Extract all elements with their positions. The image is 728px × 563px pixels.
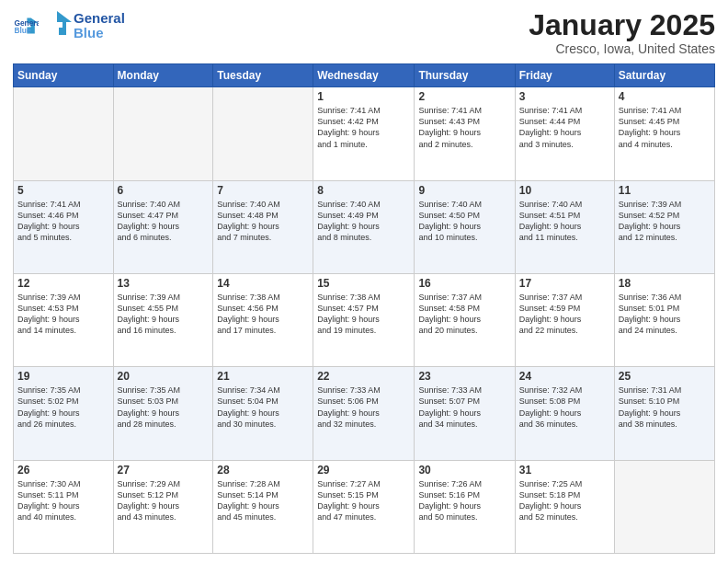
calendar-cell: 14Sunrise: 7:38 AM Sunset: 4:56 PM Dayli… xyxy=(213,273,313,366)
logo-bird-icon xyxy=(42,9,72,42)
day-number: 16 xyxy=(418,277,510,290)
month-title: January 2025 xyxy=(529,9,715,41)
day-info: Sunrise: 7:41 AM Sunset: 4:42 PM Dayligh… xyxy=(317,105,410,150)
day-number: 31 xyxy=(519,464,610,477)
day-info: Sunrise: 7:36 AM Sunset: 5:01 PM Dayligh… xyxy=(619,292,711,337)
logo-line2: Blue xyxy=(74,26,125,41)
calendar-cell: 6Sunrise: 7:40 AM Sunset: 4:47 PM Daylig… xyxy=(113,180,213,273)
day-number: 6 xyxy=(118,184,210,197)
day-info: Sunrise: 7:39 AM Sunset: 4:55 PM Dayligh… xyxy=(118,292,210,337)
calendar-cell: 13Sunrise: 7:39 AM Sunset: 4:55 PM Dayli… xyxy=(113,273,213,366)
calendar-cell: 10Sunrise: 7:40 AM Sunset: 4:51 PM Dayli… xyxy=(515,180,614,273)
day-number: 3 xyxy=(519,90,610,103)
day-number: 19 xyxy=(17,370,109,383)
page: General Blue General Blue January 2025 C… xyxy=(0,0,728,563)
location: Cresco, Iowa, United States xyxy=(529,41,715,56)
day-number: 5 xyxy=(17,184,109,197)
day-number: 12 xyxy=(17,277,109,290)
calendar-cell xyxy=(614,460,714,553)
day-number: 27 xyxy=(118,464,210,477)
calendar-cell: 9Sunrise: 7:40 AM Sunset: 4:50 PM Daylig… xyxy=(415,180,515,273)
calendar-header-tuesday: Tuesday xyxy=(213,64,313,87)
day-number: 13 xyxy=(118,277,210,290)
day-info: Sunrise: 7:33 AM Sunset: 5:06 PM Dayligh… xyxy=(317,385,410,430)
day-info: Sunrise: 7:26 AM Sunset: 5:16 PM Dayligh… xyxy=(418,478,510,523)
calendar-cell: 28Sunrise: 7:28 AM Sunset: 5:14 PM Dayli… xyxy=(213,460,313,553)
day-number: 21 xyxy=(217,370,309,383)
day-info: Sunrise: 7:41 AM Sunset: 4:43 PM Dayligh… xyxy=(418,105,510,150)
day-number: 22 xyxy=(317,370,410,383)
day-info: Sunrise: 7:31 AM Sunset: 5:10 PM Dayligh… xyxy=(619,385,711,430)
calendar-cell: 11Sunrise: 7:39 AM Sunset: 4:52 PM Dayli… xyxy=(614,180,714,273)
day-info: Sunrise: 7:37 AM Sunset: 4:59 PM Dayligh… xyxy=(519,292,610,337)
day-number: 15 xyxy=(317,277,410,290)
day-info: Sunrise: 7:35 AM Sunset: 5:02 PM Dayligh… xyxy=(17,385,109,430)
header: General Blue General Blue January 2025 C… xyxy=(13,9,715,56)
day-number: 25 xyxy=(619,370,711,383)
day-info: Sunrise: 7:41 AM Sunset: 4:46 PM Dayligh… xyxy=(17,199,109,244)
calendar-cell: 2Sunrise: 7:41 AM Sunset: 4:43 PM Daylig… xyxy=(415,87,515,180)
calendar-week-3: 12Sunrise: 7:39 AM Sunset: 4:53 PM Dayli… xyxy=(14,273,715,366)
day-info: Sunrise: 7:40 AM Sunset: 4:48 PM Dayligh… xyxy=(217,199,309,244)
calendar-cell: 7Sunrise: 7:40 AM Sunset: 4:48 PM Daylig… xyxy=(213,180,313,273)
day-info: Sunrise: 7:40 AM Sunset: 4:50 PM Dayligh… xyxy=(418,199,510,244)
calendar-header-thursday: Thursday xyxy=(415,64,515,87)
day-number: 1 xyxy=(317,90,410,103)
calendar-cell: 3Sunrise: 7:41 AM Sunset: 4:44 PM Daylig… xyxy=(515,87,614,180)
logo-icon: General Blue xyxy=(13,13,39,39)
day-info: Sunrise: 7:30 AM Sunset: 5:11 PM Dayligh… xyxy=(17,478,109,523)
day-number: 23 xyxy=(418,370,510,383)
day-number: 30 xyxy=(418,464,510,477)
calendar-cell: 22Sunrise: 7:33 AM Sunset: 5:06 PM Dayli… xyxy=(313,367,415,460)
day-number: 28 xyxy=(217,464,309,477)
calendar-cell: 16Sunrise: 7:37 AM Sunset: 4:58 PM Dayli… xyxy=(415,273,515,366)
day-number: 17 xyxy=(519,277,610,290)
calendar-cell: 21Sunrise: 7:34 AM Sunset: 5:04 PM Dayli… xyxy=(213,367,313,460)
day-info: Sunrise: 7:28 AM Sunset: 5:14 PM Dayligh… xyxy=(217,478,309,523)
calendar-header-row: SundayMondayTuesdayWednesdayThursdayFrid… xyxy=(14,64,715,87)
calendar-week-4: 19Sunrise: 7:35 AM Sunset: 5:02 PM Dayli… xyxy=(14,367,715,460)
day-number: 29 xyxy=(317,464,410,477)
calendar-cell: 29Sunrise: 7:27 AM Sunset: 5:15 PM Dayli… xyxy=(313,460,415,553)
calendar-header-sunday: Sunday xyxy=(14,64,114,87)
calendar-cell: 19Sunrise: 7:35 AM Sunset: 5:02 PM Dayli… xyxy=(14,367,114,460)
day-number: 18 xyxy=(619,277,711,290)
calendar-cell: 20Sunrise: 7:35 AM Sunset: 5:03 PM Dayli… xyxy=(113,367,213,460)
calendar-header-wednesday: Wednesday xyxy=(313,64,415,87)
calendar-cell: 23Sunrise: 7:33 AM Sunset: 5:07 PM Dayli… xyxy=(415,367,515,460)
day-info: Sunrise: 7:41 AM Sunset: 4:45 PM Dayligh… xyxy=(619,105,711,150)
day-number: 24 xyxy=(519,370,610,383)
title-block: January 2025 Cresco, Iowa, United States xyxy=(529,9,715,56)
calendar-cell: 12Sunrise: 7:39 AM Sunset: 4:53 PM Dayli… xyxy=(14,273,114,366)
calendar-week-5: 26Sunrise: 7:30 AM Sunset: 5:11 PM Dayli… xyxy=(14,460,715,553)
calendar-cell: 18Sunrise: 7:36 AM Sunset: 5:01 PM Dayli… xyxy=(614,273,714,366)
calendar-week-2: 5Sunrise: 7:41 AM Sunset: 4:46 PM Daylig… xyxy=(14,180,715,273)
day-info: Sunrise: 7:38 AM Sunset: 4:57 PM Dayligh… xyxy=(317,292,410,337)
calendar-cell: 15Sunrise: 7:38 AM Sunset: 4:57 PM Dayli… xyxy=(313,273,415,366)
calendar-header-monday: Monday xyxy=(113,64,213,87)
calendar-cell: 24Sunrise: 7:32 AM Sunset: 5:08 PM Dayli… xyxy=(515,367,614,460)
day-info: Sunrise: 7:41 AM Sunset: 4:44 PM Dayligh… xyxy=(519,105,610,150)
calendar-cell: 8Sunrise: 7:40 AM Sunset: 4:49 PM Daylig… xyxy=(313,180,415,273)
calendar-cell: 27Sunrise: 7:29 AM Sunset: 5:12 PM Dayli… xyxy=(113,460,213,553)
day-number: 8 xyxy=(317,184,410,197)
day-info: Sunrise: 7:27 AM Sunset: 5:15 PM Dayligh… xyxy=(317,478,410,523)
calendar-cell xyxy=(113,87,213,180)
day-number: 20 xyxy=(118,370,210,383)
calendar-cell: 30Sunrise: 7:26 AM Sunset: 5:16 PM Dayli… xyxy=(415,460,515,553)
day-info: Sunrise: 7:32 AM Sunset: 5:08 PM Dayligh… xyxy=(519,385,610,430)
calendar-week-1: 1Sunrise: 7:41 AM Sunset: 4:42 PM Daylig… xyxy=(14,87,715,180)
calendar-cell: 4Sunrise: 7:41 AM Sunset: 4:45 PM Daylig… xyxy=(614,87,714,180)
day-number: 10 xyxy=(519,184,610,197)
svg-text:Blue: Blue xyxy=(14,26,30,35)
day-number: 14 xyxy=(217,277,309,290)
calendar-cell: 31Sunrise: 7:25 AM Sunset: 5:18 PM Dayli… xyxy=(515,460,614,553)
calendar-cell: 1Sunrise: 7:41 AM Sunset: 4:42 PM Daylig… xyxy=(313,87,415,180)
day-info: Sunrise: 7:40 AM Sunset: 4:51 PM Dayligh… xyxy=(519,199,610,244)
calendar-cell xyxy=(213,87,313,180)
day-number: 11 xyxy=(619,184,711,197)
day-info: Sunrise: 7:39 AM Sunset: 4:53 PM Dayligh… xyxy=(17,292,109,337)
day-info: Sunrise: 7:39 AM Sunset: 4:52 PM Dayligh… xyxy=(619,199,711,244)
calendar-cell: 17Sunrise: 7:37 AM Sunset: 4:59 PM Dayli… xyxy=(515,273,614,366)
day-number: 4 xyxy=(619,90,711,103)
